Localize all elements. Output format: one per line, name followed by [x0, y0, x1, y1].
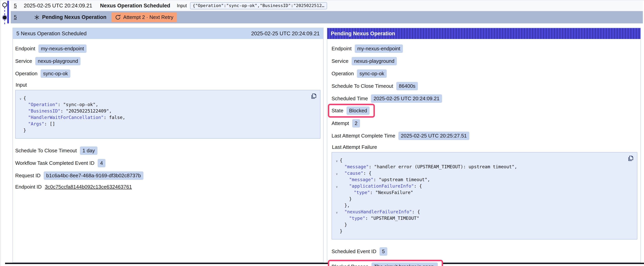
collapse-chevron-icon[interactable]: ∨ — [334, 184, 340, 190]
input-section-label: Input — [16, 82, 320, 88]
workflow-history-screen: 5 2025-02-25 UTC 20:24:09.21 Nexus Opera… — [0, 0, 644, 266]
event-timeline — [0, 1, 11, 27]
event-time: 2025-02-25 UTC 20:24:09.21 — [24, 3, 92, 9]
field-value-badge: 5 — [380, 247, 387, 256]
field-label: Scheduled Time — [332, 96, 368, 102]
field-scheduled-time: Scheduled Time 2025-02-25 UTC 20:24:09.2… — [332, 94, 637, 103]
field-label: Attempt — [332, 120, 349, 126]
state-annotation-box: State Blocked — [328, 104, 375, 118]
field-value-badge: sync-op-ok — [357, 69, 387, 78]
collapse-chevron-icon[interactable]: ∨ — [334, 209, 340, 216]
pending-panel-header: Pending Nexus Operation — [327, 28, 640, 39]
retry-badge-text: Attempt 2 · Next Retry — [123, 14, 173, 20]
field-value-badge: b1c6a4bc-8ee7-468a-9169-df3b02c8737b — [44, 171, 144, 180]
field-operation: Operation sync-op-ok — [332, 69, 637, 78]
field-label: Request ID — [15, 173, 40, 179]
field-label: Service — [332, 58, 348, 64]
blocked-reason-value-badge: The circuit breaker is open. — [372, 262, 438, 266]
field-value-badge: nexus-playground — [35, 57, 81, 65]
pending-title: Pending Nexus Operation — [42, 14, 106, 20]
event-panel-body: Endpoint my-nexus-endpoint Service nexus… — [13, 39, 323, 190]
copy-icon — [310, 93, 317, 100]
event-group-bottom-border — [5, 263, 644, 264]
field-value-badge: 86400s — [396, 82, 418, 90]
field-label: Last Attempt Complete Time — [332, 133, 395, 139]
state-value-badge: Blocked — [346, 107, 370, 115]
event-row-nexus-operation-scheduled[interactable]: 5 2025-02-25 UTC 20:24:09.21 Nexus Opera… — [11, 1, 643, 11]
copy-button[interactable] — [310, 93, 317, 100]
field-label: Scheduled Event ID — [332, 248, 376, 254]
field-operation: Operation sync-op-ok — [15, 69, 320, 78]
copy-icon — [627, 155, 634, 162]
field-label: Workflow Task Completed Event ID — [15, 160, 94, 166]
field-attempt: Attempt 2 — [332, 119, 637, 128]
field-value-badge: my-nexus-endpoint — [38, 45, 86, 53]
field-service: Service nexus-playground — [15, 57, 320, 65]
field-label: Operation — [15, 71, 38, 77]
field-blocked-reason: Blocked Reason The circuit breaker is op… — [332, 262, 438, 266]
field-schedule-to-close-timeout: Schedule To Close Timeout 1 day — [15, 146, 320, 155]
timeline-open-circle-icon — [2, 3, 7, 7]
field-value-badge: 1 day — [80, 146, 98, 155]
field-endpoint: Endpoint my-nexus-endpoint — [332, 45, 637, 53]
event-details-area: 5 Nexus Operation Scheduled 2025-02-25 U… — [0, 26, 644, 264]
field-state: State Blocked — [332, 107, 370, 115]
field-label: Schedule To Close Timeout — [332, 83, 393, 89]
event-input-label: Input — [177, 3, 187, 9]
field-last-attempt-complete-time: Last Attempt Complete Time 2025-02-25 UT… — [332, 132, 637, 140]
pending-panel-title: Pending Nexus Operation — [331, 31, 395, 37]
collapse-chevron-icon[interactable]: ∨ — [334, 171, 340, 177]
field-value-badge: nexus-playground — [352, 57, 397, 65]
event-panel-time: 2025-02-25 UTC 20:24:09.21 — [251, 31, 320, 37]
field-value-badge: 4 — [98, 159, 106, 167]
nexus-operation-scheduled-panel: 5 Nexus Operation Scheduled 2025-02-25 U… — [12, 28, 324, 263]
collapse-chevron-icon[interactable]: ∨ — [334, 158, 340, 164]
input-json-viewer: ∨{"Operation": "sync-op-ok","BusinessID"… — [15, 90, 320, 139]
field-label: Endpoint ID — [15, 184, 42, 190]
field-value-badge: 2025-02-25 UTC 20:24:09.21 — [371, 94, 442, 103]
endpoint-id-link[interactable]: 3c0c75ccfa8144b092c13ce632463761 — [45, 184, 132, 190]
pending-nexus-operation-panel: Pending Nexus Operation Endpoint my-nexu… — [327, 28, 641, 263]
selected-event-indicator-bar — [7, 1, 9, 24]
event-input-preview-chip[interactable]: {"Operation":"sync-op-ok","BusinessID":"… — [190, 2, 327, 9]
field-label: Operation — [332, 71, 354, 77]
field-endpoint-id: Endpoint ID 3c0c75ccfa8144b092c13ce63246… — [15, 184, 320, 190]
field-request-id: Request ID b1c6a4bc-8ee7-468a-9169-df3b0… — [15, 171, 320, 180]
field-value-badge: my-nexus-endpoint — [355, 45, 403, 53]
field-value-badge: 2025-02-25 UTC 20:25:27.51 — [398, 132, 469, 140]
field-value-badge: sync-op-ok — [40, 69, 70, 78]
event-panel-title: 5 Nexus Operation Scheduled — [16, 31, 86, 37]
field-label: Endpoint — [15, 46, 35, 52]
field-label: Schedule To Close Timeout — [15, 148, 77, 154]
copy-button[interactable] — [627, 155, 634, 162]
collapse-chevron-icon[interactable]: ∨ — [18, 96, 24, 102]
event-panel-header: 5 Nexus Operation Scheduled 2025-02-25 U… — [13, 28, 323, 39]
retry-icon — [115, 15, 121, 20]
blocked-reason-annotation-box: Blocked Reason The circuit breaker is op… — [328, 260, 443, 266]
pending-nexus-operation-row[interactable]: 5 Pending Nexus Operation Attempt 2 · Ne… — [11, 11, 643, 24]
field-label: Service — [15, 58, 32, 64]
history-rows: 5 2025-02-25 UTC 20:24:09.21 Nexus Opera… — [11, 1, 643, 24]
last-attempt-failure-label: Last Attempt Failure — [332, 144, 637, 150]
retry-status-badge: Attempt 2 · Next Retry — [112, 13, 177, 22]
field-label: Endpoint — [332, 46, 352, 52]
failure-json-viewer: ∨{"message": "handler error (UPSTREAM_TI… — [332, 152, 637, 239]
pending-asterisk-icon — [34, 15, 40, 20]
field-value-badge: 2 — [352, 119, 360, 128]
event-title: Nexus Operation Scheduled — [100, 3, 170, 9]
field-service: Service nexus-playground — [332, 57, 637, 65]
field-label: Blocked Reason — [332, 264, 368, 266]
field-workflow-task-completed-event-id: Workflow Task Completed Event ID 4 — [15, 159, 320, 167]
field-scheduled-event-id: Scheduled Event ID 5 — [332, 247, 637, 256]
pending-event-id-link[interactable]: 5 — [14, 14, 17, 20]
field-label: State — [332, 108, 344, 114]
field-schedule-to-close-timeout: Schedule To Close Timeout 86400s — [332, 82, 637, 90]
pending-panel-body: Endpoint my-nexus-endpoint Service nexus… — [327, 39, 640, 266]
field-endpoint: Endpoint my-nexus-endpoint — [15, 45, 320, 53]
timeline-filled-circle-icon — [3, 16, 7, 20]
event-id-link[interactable]: 5 — [14, 3, 17, 9]
